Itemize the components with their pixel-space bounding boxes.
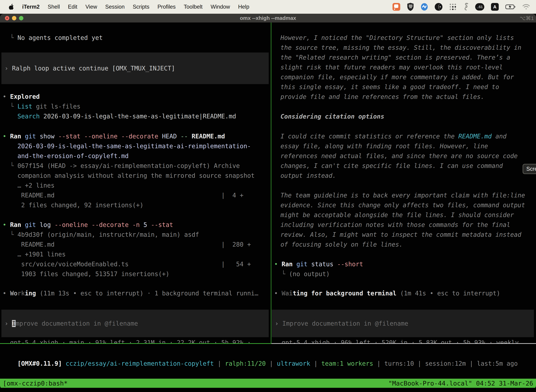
omx-team: team:1 workers [321,360,373,367]
menu-item-profiles[interactable]: Profiles [157,4,176,10]
input-source-icon[interactable]: A [491,3,499,11]
git-show-output-1: └ 067f154 (HEAD -> essay/ai-reimplementa… [3,161,270,171]
git-log-stat-3: 1903 files changed, 513517 insertions(+) [3,269,270,279]
git-log-block: • Ran git log --oneline --decorate -n 5 … [3,220,270,279]
window-title: omx --xhigh --madmax [0,14,536,23]
right-model-status-line: gpt-5.4 xhigh · 96% left · 520K in · 5.8… [274,338,535,343]
left-prompt-box[interactable]: › Improve documentation in @filename [1,310,269,337]
battery-icon[interactable] [505,4,516,9]
reasoning-heading: Considering citation options [281,112,535,121]
omx-last: last:5m ago [477,360,518,367]
text-cursor: I [12,320,16,327]
git-status-block: • Ran git status --short └ (no output) [274,259,535,279]
right-prompt-box[interactable]: › Improve documentation in @filename [272,310,534,337]
left-pane-bottom-border [0,343,271,344]
git-show-filename-1: 2026-03-09-is-legal-the-same-as-legitima… [3,141,270,151]
explored-search-line: Search 2026-03-09-is-legal-the-same-as-l… [3,111,270,121]
reasoning-paragraph-2: I could cite commit statistics or refere… [281,131,535,181]
right-prompt-input: › Improve documentation in @filename [275,319,408,328]
menu-item-view[interactable]: View [86,4,97,10]
working-status-line: • Working (11m 13s • esc to interrupt) ·… [3,288,270,298]
omx-branch-path: cczip/essay/ai-reimplementation-copyleft [66,360,214,367]
left-prompt-input: › Improve documentation in @filename [5,319,138,328]
explored-header: • Explored [3,92,270,102]
screenshot-overlay-button[interactable]: Scre [523,164,536,174]
git-status-command: • Ran git status --short [274,259,535,269]
menu-item-app[interactable]: iTerm2 [22,4,40,10]
git-show-stat-1: README.md | 4 + [3,190,270,200]
tmux-status-bar: [omx-cczip0:bash* "MacBook-Pro-44.local"… [0,379,536,388]
waiting-status-line: • Waiting for background terminal (1m 41… [274,288,535,298]
left-model-status-line: gpt-5.4 xhigh · main · 91% left · 2.31M … [3,338,270,343]
git-show-output-2: companion analysis without altering the … [3,171,270,181]
left-terminal-pane[interactable]: └ No agents completed yet › Ralph loop a… [0,23,271,343]
menu-items: iTerm2 Shell Edit View Session Scripts P… [0,4,249,10]
omx-turns: turns:10 [384,360,414,367]
chat-app-icon[interactable] [392,3,400,11]
readme-link[interactable]: README.md [458,133,492,140]
git-log-stat-1: README.md | 280 + [3,240,270,249]
git-log-output-2: … +1901 lines [3,249,270,259]
menu-item-scripts[interactable]: Scripts [133,4,149,10]
git-log-output-1: └ 4b9d30f (origin/main, instructkr/main,… [3,230,270,240]
menu-item-window[interactable]: Window [211,4,230,10]
omx-version: [OMX#0.11.9] [17,360,66,367]
apple-icon[interactable] [9,4,14,10]
explored-block: • Explored └ List git ls-files Search 20… [3,92,270,121]
omx-status-line: [OMX#0.11.9] cczip/essay/ai-reimplementa… [3,349,518,378]
git-show-filename-2: and-the-erosion-of-copyleft.md [3,151,270,161]
menu-item-shell[interactable]: Shell [48,4,60,10]
tmux-host-clock: "MacBook-Pro-44.local" 04:52 31-Mar-26 [388,380,533,387]
git-show-output-3: … +2 lines [3,181,270,190]
menu-item-help[interactable]: Help [238,4,249,10]
git-log-stat-2: src/voice/voiceModeEnabled.ts | 54 + [3,259,270,269]
menu-item-toolbelt[interactable]: Toolbelt [184,4,203,10]
reasoning-paragraph-1: However, I noticed the "Directory Struct… [281,33,535,102]
omx-session: session:12m [425,360,466,367]
pane-divider[interactable] [271,23,271,344]
dots-grid-icon[interactable] [449,3,456,10]
agents-status-line: └ No agents completed yet [3,33,270,43]
ralph-loop-banner: › Ralph loop active continue [OMX_TMUX_I… [1,52,269,84]
timer-badge-icon[interactable]: ..61 [475,3,484,10]
right-pane-bottom-border [271,343,536,344]
menu-status-icons: ..61 A [392,3,536,11]
window-shortcut-label: ⌥⌘1 [520,14,534,23]
omx-mode: ultrawork [277,360,310,367]
reasoning-paragraph-3: The team guideline is to back every impo… [281,190,535,249]
wifi-icon[interactable] [522,4,530,10]
git-show-stat-2: 2 files changed, 92 insertions(+) [3,200,270,210]
menu-item-edit[interactable]: Edit [68,4,77,10]
explored-list-line: └ List git ls-files [3,102,270,111]
crescent-app-icon[interactable] [435,3,442,11]
tmux-session-label[interactable]: [omx-cczip0:bash* [3,380,67,387]
menu-bar: iTerm2 Shell Edit View Session Scripts P… [0,0,536,14]
window-title-bar[interactable]: omx --xhigh --madmax ⌥⌘1 [0,14,536,23]
git-log-command: • Ran git log --oneline --decorate -n 5 … [3,220,270,230]
menu-item-session[interactable]: Session [105,4,124,10]
right-terminal-pane[interactable]: However, I noticed the "Directory Struct… [271,23,536,343]
git-show-block: • Ran git show --stat --oneline --decora… [3,131,270,210]
git-status-output: └ (no output) [274,269,535,279]
shield-grid-icon[interactable] [407,3,414,11]
iterm-window: omx --xhigh --madmax ⌥⌘1 └ No agents com… [0,14,536,389]
omx-ralph-counter: ralph:11/20 [225,360,266,367]
git-show-command: • Ran git show --stat --oneline --decora… [3,131,270,141]
dragon-icon[interactable] [463,3,469,11]
sync-badge-icon[interactable] [421,3,428,11]
